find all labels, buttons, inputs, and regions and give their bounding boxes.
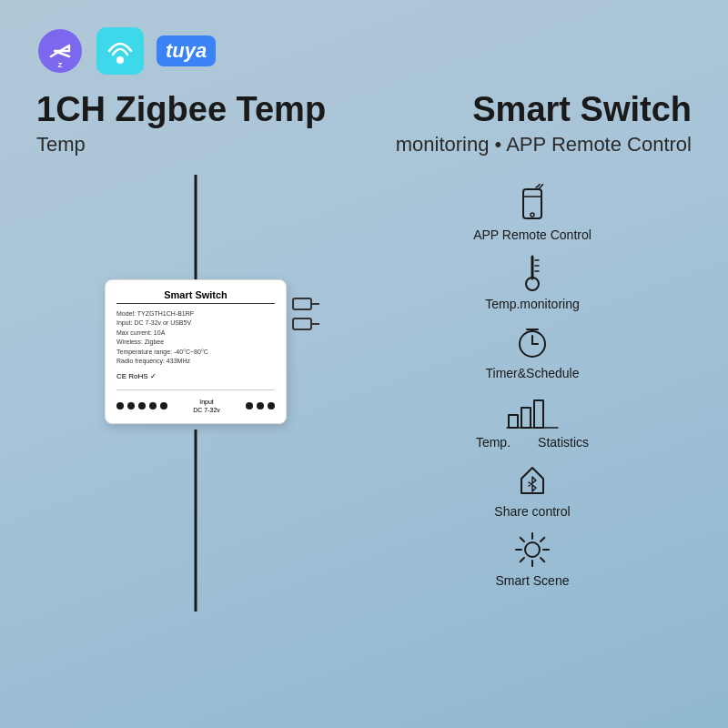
knob-2 [292, 318, 312, 330]
monitoring-subtitle: monitoring • APP Remote Control [364, 133, 692, 157]
thermometer-icon [512, 253, 552, 293]
device-label: Smart Switch [116, 289, 275, 304]
smart-switch-title: Smart Switch [364, 91, 692, 129]
share-label: Share control [494, 504, 570, 519]
bluetooth-icon [512, 460, 552, 500]
feature-app-remote: APP Remote Control [373, 184, 692, 242]
timer-icon [512, 322, 552, 362]
product-title: 1CH Zigbee Temp [36, 91, 364, 129]
tuya-text: tuya [166, 39, 207, 62]
svg-text:Z: Z [58, 61, 63, 69]
svg-point-6 [531, 213, 534, 217]
page: Z tuya 1CH Zigbee Temp Temp Smart Switch [0, 0, 728, 728]
terminal-left [116, 402, 167, 410]
feature-stats: Temp. Statistics [373, 391, 692, 450]
features-side: APP Remote Control Temp.monitoring [373, 175, 692, 612]
feature-smart-scene: Smart Scene [373, 530, 692, 588]
device-container: Smart Switch Model: TYZGTH1CH-B1RF Input… [96, 175, 296, 612]
stats-labels-row: Temp. Statistics [476, 435, 589, 450]
temp-label: Temp. [476, 435, 511, 450]
smart-scene-label: Smart Scene [496, 573, 570, 588]
svg-rect-17 [509, 415, 518, 428]
feature-timer: Timer&Schedule [373, 322, 692, 380]
sun-icon [512, 530, 552, 570]
header-section: 1CH Zigbee Temp Temp Smart Switch monito… [36, 91, 692, 157]
app-remote-label: APP Remote Control [473, 228, 592, 242]
device-side: Smart Switch Model: TYZGTH1CH-B1RF Input… [36, 175, 355, 612]
device-knobs [292, 298, 312, 330]
feature-share: Share control [373, 460, 692, 519]
remote-icon [512, 184, 552, 224]
svg-point-3 [116, 56, 124, 64]
statistics-label: Statistics [538, 435, 589, 450]
svg-point-21 [525, 542, 540, 557]
terminal-right [246, 402, 275, 410]
input-label: InputDC 7-32v [193, 398, 220, 414]
tuya-logo: tuya [157, 35, 216, 67]
wire-bottom [195, 430, 197, 612]
smartlife-logo [96, 27, 144, 75]
product-subtitle: Temp [36, 133, 364, 157]
svg-line-28 [541, 537, 544, 541]
svg-rect-2 [96, 27, 144, 75]
temp-monitoring-label: Temp.monitoring [485, 297, 580, 311]
device-info: Model: TYZGTH1CH-B1RF Input: DC 7-32v or… [116, 309, 275, 367]
svg-line-27 [541, 558, 544, 561]
zigbee-logo: Z [36, 27, 84, 75]
svg-rect-18 [521, 408, 531, 428]
wire-top [195, 175, 197, 284]
svg-line-29 [521, 558, 524, 561]
device-cert: CE RoHS ✓ [116, 372, 275, 380]
header-left: 1CH Zigbee Temp Temp [36, 91, 364, 157]
timer-label: Timer&Schedule [486, 366, 580, 380]
content-area: Smart Switch Model: TYZGTH1CH-B1RF Input… [36, 175, 692, 612]
svg-rect-4 [523, 189, 541, 218]
chart-icon [505, 391, 560, 431]
feature-temp-monitoring: Temp.monitoring [373, 253, 692, 311]
svg-line-26 [521, 537, 524, 541]
knob-1 [292, 298, 312, 310]
svg-rect-19 [534, 400, 543, 428]
device-box: Smart Switch Model: TYZGTH1CH-B1RF Input… [105, 279, 287, 424]
logos-row: Z tuya [36, 27, 692, 75]
header-right: Smart Switch monitoring • APP Remote Con… [364, 91, 692, 157]
